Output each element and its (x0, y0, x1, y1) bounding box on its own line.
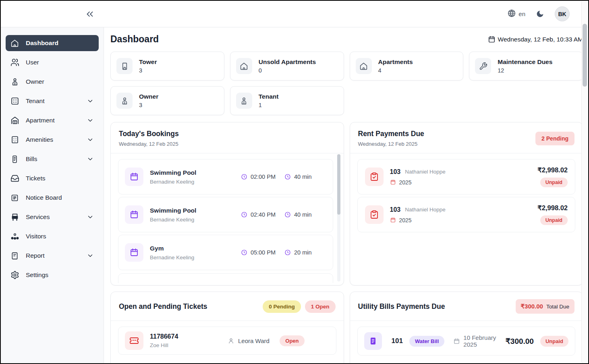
sidebar-item-amenities[interactable]: Amenities (6, 132, 99, 148)
bookings-panel: Today's Bookings Wednesday, 12 Feb 2025 … (110, 122, 344, 285)
building-icon (10, 135, 19, 144)
users-icon (10, 58, 19, 67)
rent-year: 2025 (399, 217, 412, 223)
status-badge: Unpaid (540, 336, 568, 347)
booking-item[interactable]: Swimming PoolBernadine Keeling 02:40 PM … (118, 197, 333, 232)
avatar[interactable]: BK (555, 6, 570, 21)
sidebar-item-label: Tickets (26, 175, 46, 182)
clipboard-check-icon (365, 205, 384, 224)
sidebar-item-services[interactable]: Services (6, 209, 99, 225)
booking-facility: Swimming Pool (150, 169, 196, 176)
rent-amount: ₹2,998.02 (537, 204, 568, 212)
status-badge: Unpaid (540, 178, 568, 187)
rent-item[interactable]: 103Nathaniel Hoppe 2025 ₹2,998.02 Unpaid (357, 197, 576, 232)
scrollbar-thumb[interactable] (583, 24, 587, 87)
chevron-down-icon (87, 136, 94, 143)
sidebar-item-tenant[interactable]: Tenant (6, 93, 99, 109)
scrollbar-thumb[interactable] (337, 154, 340, 215)
chevron-down-icon (87, 213, 94, 221)
rent-amount: ₹2,998.02 (537, 166, 568, 174)
stat-card-owner[interactable]: Owner3 (110, 86, 224, 115)
calendar-icon (390, 217, 396, 223)
sidebar-item-label: User (26, 59, 39, 66)
bookings-title: Today's Bookings (119, 130, 336, 138)
booking-person: Bernadine Keeling (150, 179, 196, 185)
bookings-list: Swimming PoolBernadine Keeling 02:00 PM … (111, 153, 344, 283)
person-icon (10, 77, 19, 86)
booking-item-partial[interactable] (118, 273, 333, 283)
ticket-assignee: Leora Ward (238, 337, 270, 344)
chevron-down-icon (87, 252, 94, 259)
datetime-text: Wednesday, 12 Feb, 10:33 AM (498, 36, 583, 43)
calendar-icon (390, 179, 396, 185)
booking-duration: 20 min (294, 249, 312, 256)
sidebar-item-label: Tenant (26, 97, 45, 105)
topbar: en BK (1, 1, 588, 27)
booking-item[interactable]: Swimming PoolBernadine Keeling 02:00 PM … (118, 159, 333, 194)
calendar-icon (125, 168, 143, 186)
page-scrollbar[interactable] (581, 2, 587, 362)
clock-icon (284, 174, 291, 180)
sidebar-item-dashboard[interactable]: Dashboard (6, 35, 99, 51)
stat-value: 12 (498, 67, 552, 74)
utility-item[interactable]: 101 Water Bill 10 February 2025 ₹300.00 … (357, 327, 576, 356)
stat-card-apartments[interactable]: Apartments4 (350, 52, 464, 81)
rent-unit: 103 (390, 206, 401, 213)
utility-unit: 101 (392, 337, 403, 345)
grid-icon (10, 97, 19, 105)
utility-amount: ₹300.00 (506, 337, 534, 346)
stat-card-tower[interactable]: Tower3 (110, 52, 224, 81)
tickets-title: Open and Pending Tickets (119, 302, 207, 311)
bookings-date: Wednesday, 12 Feb 2025 (119, 141, 336, 147)
sidebar-item-visitors[interactable]: Visitors (6, 228, 99, 244)
visitors-icon (10, 232, 19, 241)
stat-value: 3 (139, 102, 158, 108)
sidebar-item-label: Amenities (26, 136, 53, 143)
sidebar-collapse-icon[interactable] (85, 9, 95, 21)
bookings-scrollbar[interactable] (337, 154, 340, 281)
language-selector[interactable]: en (508, 9, 525, 19)
page-title: Dashboard (110, 34, 159, 45)
stat-card-unsold-apartments[interactable]: Unsold Apartments0 (230, 52, 344, 81)
stat-label: Apartments (378, 58, 413, 66)
booking-person: Bernadine Keeling (150, 217, 196, 223)
dark-mode-toggle[interactable] (536, 10, 544, 18)
house-icon (10, 116, 19, 125)
stat-cards: Tower3 Unsold Apartments0 Apartments4 Ma… (110, 52, 583, 115)
booking-facility: Swimming Pool (150, 207, 196, 214)
sidebar-item-notice-board[interactable]: Notice Board (6, 190, 99, 206)
rent-pending-badge: 2 Pending (535, 132, 574, 145)
sidebar-item-settings[interactable]: Settings (6, 267, 99, 283)
sidebar-item-label: Apartment (26, 117, 55, 124)
sidebar-item-label: Owner (26, 78, 44, 85)
user-icon (228, 337, 234, 344)
stat-card-maintenance-dues[interactable]: Maintenance Dues12 (469, 52, 583, 81)
bill-icon (364, 332, 382, 350)
clock-icon (241, 249, 247, 256)
booking-time: 05:00 PM (251, 249, 276, 256)
person-icon (236, 93, 252, 109)
chevron-down-icon (87, 155, 94, 163)
sidebar-item-report[interactable]: Report (6, 248, 99, 264)
sidebar-item-label: Services (26, 213, 50, 221)
status-badge: Unpaid (540, 215, 568, 225)
utility-total-amount: ₹300.00 (521, 303, 543, 310)
ticket-item[interactable]: 11786674Zoe Hill Leora Ward Open (118, 327, 336, 355)
ticket-person: Zoe Hill (150, 342, 178, 348)
sidebar-item-tickets[interactable]: Tickets (6, 170, 99, 186)
sidebar-item-owner[interactable]: Owner (6, 74, 99, 90)
utility-title: Utility Bills Payments Due (358, 302, 445, 311)
stat-card-tenant[interactable]: Tenant1 (230, 86, 344, 115)
rent-item[interactable]: 103Nathaniel Hoppe 2025 ₹2,998.02 Unpaid (357, 159, 576, 194)
stat-label: Maintenance Dues (498, 58, 552, 66)
booking-duration: 40 min (294, 174, 312, 180)
sidebar-item-bills[interactable]: Bills (6, 151, 99, 167)
sidebar-item-user[interactable]: User (6, 54, 99, 70)
calendar-icon (125, 243, 143, 262)
rent-tenant-name: Nathaniel Hoppe (405, 169, 446, 175)
sidebar-item-apartment[interactable]: Apartment (6, 112, 99, 128)
stat-value: 1 (259, 102, 279, 108)
utility-total-badge: ₹300.00 Total Due (516, 299, 574, 314)
booking-time: 02:00 PM (251, 174, 276, 180)
booking-item[interactable]: GymBernadine Keeling 05:00 PM 20 min (118, 235, 333, 270)
